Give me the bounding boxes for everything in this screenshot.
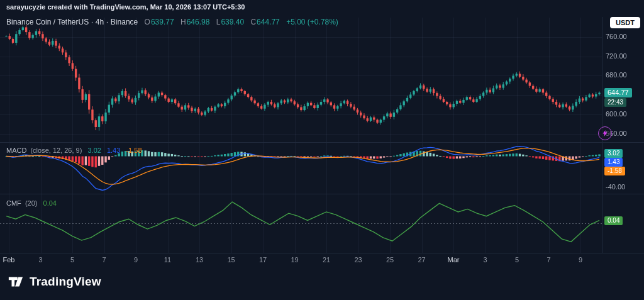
time-axis-label: 7: [547, 256, 550, 264]
time-axis-label: 3: [38, 256, 42, 264]
time-axis-label: 13: [196, 256, 203, 264]
cmf-badge: 0.04: [604, 216, 623, 225]
macd-header[interactable]: MACD (close, 12, 26, 9) 3.02 1.43 -1.58: [6, 147, 142, 154]
last-price-badge: 644.77: [604, 88, 632, 97]
macd-axis-label: -40.00: [606, 183, 625, 191]
flash-icon[interactable]: [598, 126, 612, 140]
open-value: 639.77: [151, 18, 174, 26]
cmf-title[interactable]: CMF: [6, 199, 21, 207]
macd-title[interactable]: MACD: [6, 147, 26, 154]
cmf-header[interactable]: CMF (20) 0.04: [6, 199, 57, 207]
close-value: 644.77: [257, 18, 280, 26]
lightning-bolt-icon: [601, 130, 609, 137]
time-axis-label: 23: [354, 256, 362, 264]
tradingview-chart-page: sarayucyzie created with TradingView.com…: [0, 0, 644, 300]
time-axis-label: 25: [386, 256, 394, 264]
time-axis-label: 5: [515, 256, 519, 264]
cmf-params: (20): [25, 199, 38, 207]
price-axis-label: 600.00: [606, 110, 627, 118]
macd-line-badge: 1.43: [604, 158, 623, 167]
time-axis-label: 15: [227, 256, 235, 264]
price-axis-label: 720.00: [606, 52, 627, 60]
open-label: O: [145, 18, 150, 26]
time-axis-label: 3: [483, 256, 487, 264]
time-axis-label: 7: [102, 256, 106, 264]
symbol-header[interactable]: Binance Coin / TetherUS · 4h · Binance O…: [6, 18, 338, 26]
low-label: L: [216, 18, 221, 26]
macd-hist-badge: 3.02: [604, 149, 623, 158]
time-axis-label: Feb: [3, 256, 15, 264]
tradingview-logo[interactable]: TradingView: [8, 274, 101, 290]
attribution-text: sarayucyzie created with TradingView.com…: [6, 3, 245, 11]
time-axis-label: 21: [323, 256, 330, 264]
macd-hist-value: 3.02: [87, 147, 101, 154]
time-axis-label: 27: [418, 256, 425, 264]
price-axis-label: 760.00: [606, 33, 627, 40]
tradingview-logo-text: TradingView: [30, 275, 101, 289]
time-axis-label: 17: [259, 256, 267, 264]
cmf-value: 0.04: [43, 199, 57, 207]
time-axis-label: 9: [579, 256, 582, 264]
price-axis-label: 680.00: [606, 71, 627, 79]
time-axis-label: 19: [291, 256, 298, 264]
tradingview-logo-icon: [8, 274, 24, 290]
macd-signal-badge: -1.58: [604, 167, 625, 175]
macd-line-value: 1.43: [107, 147, 120, 154]
time-axis[interactable]: Feb3579111315171921232527Mar3579: [0, 256, 602, 266]
low-value: 639.40: [221, 18, 244, 26]
macd-signal-value: -1.58: [126, 147, 142, 154]
macd-params: (close, 12, 26, 9): [30, 147, 82, 154]
close-label: C: [250, 18, 256, 26]
time-axis-label: 5: [70, 256, 74, 264]
symbol-title[interactable]: Binance Coin / TetherUS · 4h · Binance: [6, 18, 138, 26]
currency-toggle-button[interactable]: USDT: [610, 17, 640, 28]
high-label: H: [180, 18, 186, 26]
time-axis-label: 11: [164, 256, 171, 264]
time-axis-label: 9: [134, 256, 138, 264]
time-axis-label: Mar: [448, 256, 460, 264]
high-value: 646.98: [187, 18, 210, 26]
countdown-badge: 22:43: [604, 98, 626, 107]
change-value: +5.00 (+0.78%): [286, 18, 338, 26]
